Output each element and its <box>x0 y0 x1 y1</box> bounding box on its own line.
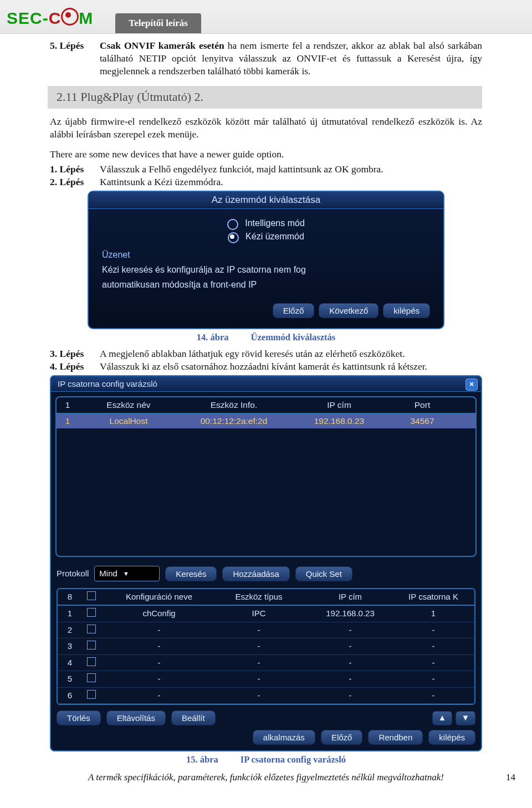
table-row[interactable]: 5---- <box>58 671 474 688</box>
table-row[interactable]: 1 LocalHost 00:12:12:2a:ef:2d 192.168.0.… <box>57 414 475 428</box>
close-icon: × <box>469 380 474 388</box>
table-row[interactable]: 4---- <box>58 655 474 672</box>
dialog-title: Az üzemmód kiválasztása <box>89 192 443 209</box>
message-line-2: automatikusan módosítja a front-end IP <box>102 279 430 291</box>
dialog-title: IP csatorna config varázsló × <box>51 376 481 392</box>
screenshot-ip-wizard: IP csatorna config varázsló × 1 Eszköz n… <box>50 375 482 752</box>
table-row[interactable]: 6---- <box>58 688 474 704</box>
step-2-text: Kattintsunk a Kézi üzemmódra. <box>100 176 482 188</box>
step-5-text: Csak ONVIF kamerák esetén ha nem ismerte… <box>100 39 482 77</box>
paragraph-2: There are some new devices that have a n… <box>50 148 482 161</box>
chevron-down-icon: ▼ <box>462 713 470 722</box>
protocol-select[interactable]: Mind ▼ <box>94 566 160 581</box>
checkbox-icon[interactable] <box>87 673 96 682</box>
table-header: 1 Eszköz név Eszköz Info. IP cím Port <box>57 397 475 414</box>
radio-icon[interactable] <box>228 232 239 243</box>
table-row[interactable]: 3---- <box>58 638 474 655</box>
down-button[interactable]: ▼ <box>456 711 475 725</box>
checkbox-icon[interactable] <box>87 608 96 617</box>
radio-icon[interactable] <box>227 219 238 230</box>
step-2-label: 2. Lépés <box>50 176 100 188</box>
search-button[interactable]: Keresés <box>165 566 217 581</box>
remove-button[interactable]: Eltávolítás <box>106 710 166 725</box>
radio-label: Kézi üzemmód <box>245 231 304 243</box>
figure-14-caption: 14. ábraÜzemmód kiválasztás <box>50 331 482 343</box>
close-button[interactable]: × <box>466 379 478 391</box>
set-button[interactable]: Beállít <box>171 710 216 725</box>
figure-15-caption: 15. ábraIP csatorna config varázsló <box>50 754 482 765</box>
message-line-1: Kézi keresés és konfigurálja az IP csato… <box>102 264 430 276</box>
table2-header: 8 Konfiguráció neve Eszköz típus IP cím … <box>58 589 474 606</box>
radio-label: Intelligens mód <box>245 218 305 229</box>
step-3: 3. Lépés A megjelenő ablakban láthatjuk … <box>50 347 482 360</box>
lens-icon <box>61 8 79 25</box>
radio-manual[interactable]: Kézi üzemmód <box>102 231 430 243</box>
radio-intelligent[interactable]: Intelligens mód <box>102 218 430 229</box>
quickset-button[interactable]: Quick Set <box>295 566 352 581</box>
prev-button[interactable]: Előző <box>321 730 363 745</box>
ok-button[interactable]: Rendben <box>368 730 423 745</box>
next-button[interactable]: Következő <box>319 303 378 318</box>
section-heading-text: 2.11 Plug&Play (Útmutató) 2. <box>57 90 203 104</box>
paragraph-1: Az újabb firmwire-el rendelkező eszközök… <box>50 115 482 141</box>
table-row[interactable]: 1chConfigIPC192.168.0.231 <box>58 606 474 622</box>
step-2: 2. Lépés Kattintsunk a Kézi üzemmódra. <box>50 176 482 188</box>
step-3-label: 3. Lépés <box>50 347 100 360</box>
footer: A termék specifikációk, paraméterek, fun… <box>50 771 482 784</box>
checkbox-icon[interactable] <box>87 657 96 666</box>
logo-text-dash: - <box>43 9 49 27</box>
page-number: 14 <box>506 771 515 784</box>
step-4-label: 4. Lépés <box>50 360 100 373</box>
step-1: 1. Lépés Válasszuk a Felhő engedélyez fu… <box>50 163 482 176</box>
exit-button[interactable]: kilépés <box>383 303 430 318</box>
chevron-down-icon: ▼ <box>123 570 129 577</box>
logo-text-c: C <box>49 9 62 27</box>
apply-button[interactable]: alkalmazás <box>253 730 315 745</box>
step-5-label: 5. Lépés <box>50 39 100 77</box>
step-3-text: A megjelenő ablakban láthatjuk egy rövid… <box>100 347 482 360</box>
logo-text-sec: SEC <box>7 9 43 27</box>
screenshot-mode-select: Az üzemmód kiválasztása Intelligens mód … <box>88 191 444 329</box>
protocol-label: Protokoll <box>57 568 89 579</box>
section-heading: 2.11 Plug&Play (Útmutató) 2. <box>48 86 482 109</box>
delete-button[interactable]: Törlés <box>57 710 101 725</box>
step-4: 4. Lépés Válasszuk ki az első csatornáho… <box>50 360 482 373</box>
document-tab-label: Telepítői leírás <box>129 18 188 28</box>
checkbox-icon[interactable] <box>87 625 96 633</box>
logo: SEC-CM <box>7 6 93 28</box>
step-4-text: Válasszuk ki az első csatornához hozzáad… <box>100 360 482 373</box>
chevron-up-icon: ▲ <box>438 713 447 722</box>
exit-button[interactable]: kilépés <box>428 730 475 745</box>
checkbox-icon[interactable] <box>87 591 96 600</box>
table-row[interactable]: 2---- <box>58 622 474 639</box>
step-1-label: 1. Lépés <box>50 163 100 176</box>
logo-text-m: M <box>79 9 93 27</box>
up-button[interactable]: ▲ <box>432 711 452 725</box>
prev-button[interactable]: Előző <box>273 303 315 318</box>
step-5: 5. Lépés Csak ONVIF kamerák esetén ha ne… <box>50 39 482 77</box>
checkbox-icon[interactable] <box>87 641 96 650</box>
header-band: SEC-CM Telepítői leírás <box>0 0 532 34</box>
checkbox-icon[interactable] <box>87 690 96 699</box>
document-tab: Telepítői leírás <box>115 13 201 33</box>
add-button[interactable]: Hozzáadása <box>222 566 289 581</box>
message-legend: Üzenet <box>102 249 430 261</box>
step-1-text: Válasszuk a Felhő engedélyez funkciót, m… <box>100 163 482 176</box>
